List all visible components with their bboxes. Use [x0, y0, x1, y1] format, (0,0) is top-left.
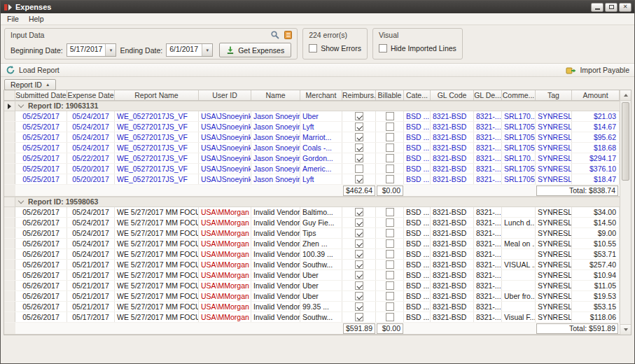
cell-gl_code[interactable]: 8321-BSD	[431, 239, 474, 248]
cell-report[interactable]: WE 5/27/2017 MM FOCUS	[115, 260, 199, 270]
column-header-submitted[interactable]: Submitted Date	[15, 90, 67, 100]
cell-merchant[interactable]: Gordon...	[300, 153, 342, 163]
cell-submitted[interactable]: 05/26/2017	[15, 207, 67, 217]
cell-category[interactable]: BSD ...	[404, 228, 431, 238]
show-errors-checkbox[interactable]: Show Errors	[309, 44, 361, 52]
column-header-billable[interactable]: Billable	[376, 90, 404, 100]
cell-billable[interactable]	[376, 312, 404, 322]
cell-submitted[interactable]: 05/26/2017	[15, 239, 67, 248]
cell-category[interactable]: BSD ...	[404, 218, 431, 227]
cell-merchant[interactable]: Baltimo...	[300, 207, 342, 217]
cell-expense[interactable]: 05/21/2017	[67, 270, 115, 280]
expense-row[interactable]: 05/26/201705/17/2017WE 5/27/2017 MM FOCU…	[4, 312, 620, 323]
cell-submitted[interactable]: 05/26/2017	[15, 291, 67, 301]
cell-merchant[interactable]: Southw...	[300, 260, 342, 270]
column-header-expense[interactable]: Expense Date	[67, 90, 115, 100]
cell-submitted[interactable]: 05/25/2017	[15, 153, 67, 163]
scroll-up-button[interactable]	[620, 90, 631, 101]
cell-reimb[interactable]	[342, 174, 376, 184]
cell-merchant[interactable]: Uber	[300, 291, 342, 301]
cell-gl_desc[interactable]: 8321-...	[474, 228, 502, 238]
cell-gl_desc[interactable]: 8321-...	[474, 291, 502, 301]
cell-name[interactable]: Invalid Vendor ID	[251, 249, 300, 259]
billable-checkbox[interactable]	[386, 154, 394, 162]
scrollbar-thumb[interactable]	[622, 102, 629, 181]
cell-report[interactable]: WE 5/27/2017 MM FOCUS	[115, 281, 199, 290]
cell-report[interactable]: WE_05272017JS_VF	[115, 153, 199, 163]
ending-date-input[interactable]: 6/1/2017 ▾	[166, 43, 213, 57]
column-header-gl_desc[interactable]: GL De...	[474, 90, 502, 100]
cell-user[interactable]: USA\JSnoeyink	[199, 143, 251, 153]
cell-billable[interactable]	[376, 174, 404, 184]
cell-billable[interactable]	[376, 111, 404, 121]
cell-user[interactable]: USA\MMorgan	[199, 270, 251, 280]
cell-amount[interactable]: $18.47	[572, 174, 620, 184]
cell-name[interactable]: Invalid Vendor ID	[251, 270, 300, 280]
cell-billable[interactable]	[376, 260, 404, 270]
cell-report[interactable]: WE 5/27/2017 MM FOCUS	[115, 270, 199, 280]
cell-merchant[interactable]: Marriot...	[300, 132, 342, 142]
cell-merchant[interactable]: Americ...	[300, 164, 342, 174]
cell-category[interactable]: BSD ...	[404, 132, 431, 142]
cell-report[interactable]: WE 5/27/2017 MM FOCUS	[115, 239, 199, 248]
cell-category[interactable]: BSD ...	[404, 153, 431, 163]
cell-gl_desc[interactable]: 8321-...	[474, 153, 502, 163]
cell-name[interactable]: Invalid Vendor ID	[251, 218, 300, 227]
cell-reimb[interactable]	[342, 239, 376, 248]
cell-category[interactable]: BSD ...	[404, 312, 431, 322]
expense-row[interactable]: 05/25/201705/24/2017WE_05272017JS_VFUSA\…	[4, 143, 620, 153]
cell-expense[interactable]: 05/21/2017	[67, 302, 115, 312]
cell-reimb[interactable]	[342, 207, 376, 217]
cell-gl_code[interactable]: 8321-BSD	[431, 291, 474, 301]
reimb-checkbox[interactable]	[355, 313, 363, 321]
cell-reimb[interactable]	[342, 111, 376, 121]
reimb-checkbox[interactable]	[355, 260, 363, 269]
cell-name[interactable]: Invalid Vendor ID	[251, 260, 300, 270]
cell-user[interactable]: USA\MMorgan	[199, 228, 251, 238]
billable-checkbox[interactable]	[386, 218, 394, 227]
cell-category[interactable]: BSD ...	[404, 260, 431, 270]
cell-category[interactable]: BSD ...	[404, 111, 431, 121]
reimb-checkbox[interactable]	[355, 164, 363, 173]
cell-gl_code[interactable]: 8321-BSD	[431, 270, 474, 280]
cell-category[interactable]: BSD ...	[404, 302, 431, 312]
cell-submitted[interactable]: 05/26/2017	[15, 249, 67, 259]
cell-report[interactable]: WE 5/27/2017 MM FOCUS	[115, 291, 199, 301]
cell-amount[interactable]: $53.15	[572, 302, 620, 312]
billable-checkbox[interactable]	[386, 144, 394, 152]
cell-amount[interactable]: $95.62	[572, 132, 620, 142]
cell-report[interactable]: WE 5/27/2017 MM FOCUS	[115, 249, 199, 259]
cell-merchant[interactable]: 100.39 ...	[300, 249, 342, 259]
cell-gl_desc[interactable]: 8321-...	[474, 281, 502, 290]
expense-row[interactable]: 05/25/201705/20/2017WE_05272017JS_VFUSA\…	[4, 164, 620, 174]
cell-reimb[interactable]	[342, 143, 376, 153]
cell-comment[interactable]: SRL1705	[502, 174, 536, 184]
cell-amount[interactable]: $257.40	[572, 260, 620, 270]
billable-checkbox[interactable]	[386, 239, 394, 248]
expense-row[interactable]: 05/26/201705/24/2017WE 5/27/2017 MM FOCU…	[4, 218, 620, 228]
billable-checkbox[interactable]	[386, 281, 394, 290]
cell-gl_code[interactable]: 8321-BSD	[431, 143, 474, 153]
cell-submitted[interactable]: 05/26/2017	[15, 270, 67, 280]
cell-expense[interactable]: 05/21/2017	[67, 260, 115, 270]
expense-row[interactable]: 05/25/201705/24/2017WE_05272017JS_VFUSA\…	[4, 132, 620, 143]
cell-gl_desc[interactable]: 8321-...	[474, 302, 502, 312]
reimb-checkbox[interactable]	[355, 144, 363, 152]
cell-tag[interactable]: SYNRESLLC	[536, 122, 572, 132]
cell-amount[interactable]: $10.94	[572, 270, 620, 280]
cell-comment[interactable]: Lunch d...	[502, 218, 536, 227]
cell-name[interactable]: Invalid Vendor ID	[251, 312, 300, 322]
cell-category[interactable]: BSD ...	[404, 207, 431, 217]
cell-gl_code[interactable]: 8321-BSD	[431, 249, 474, 259]
search-settings-icon[interactable]	[270, 30, 280, 40]
cell-tag[interactable]: SYNRESLLC	[536, 132, 572, 142]
cell-billable[interactable]	[376, 218, 404, 227]
cell-name[interactable]: Jason Snoeyink	[251, 164, 300, 174]
cell-gl_desc[interactable]: 8321-...	[474, 249, 502, 259]
column-header-category[interactable]: Cate...	[404, 90, 431, 100]
scroll-down-button[interactable]	[620, 324, 631, 335]
cell-merchant[interactable]: Coals -...	[300, 143, 342, 153]
cell-tag[interactable]: SYNRESLLC	[536, 312, 572, 322]
dropdown-icon[interactable]: ▾	[202, 44, 212, 56]
cell-report[interactable]: WE 5/27/2017 MM FOCUS	[115, 207, 199, 217]
